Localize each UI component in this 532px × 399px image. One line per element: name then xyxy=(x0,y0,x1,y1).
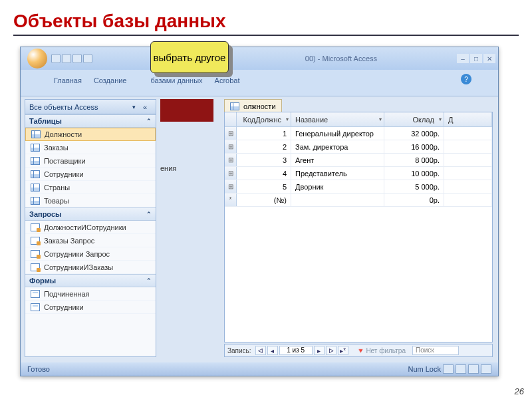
document-tab-label: олжности xyxy=(243,102,276,110)
query-icon xyxy=(31,237,40,245)
table-row[interactable]: ⊞4Представитель10 000р. xyxy=(225,167,492,180)
qat-save-icon[interactable] xyxy=(51,54,61,63)
last-record-button[interactable]: ᐅ xyxy=(326,346,336,355)
nav-item-q2[interactable]: Заказы Запрос xyxy=(25,234,156,247)
col-extra[interactable]: Д xyxy=(444,112,492,126)
new-row-icon[interactable]: * xyxy=(225,194,237,206)
help-icon[interactable]: ? xyxy=(461,74,471,84)
table-row[interactable]: ⊞5Дворник5 000р. xyxy=(225,180,492,194)
datasheet: КодДолжнс▾ Название▾ Оклад▾ Д ⊞1Генераль… xyxy=(224,112,493,342)
restore-button[interactable]: □ xyxy=(470,54,482,63)
nav-item-positions[interactable]: Должности xyxy=(25,128,156,141)
view-datasheet-button[interactable] xyxy=(443,364,454,374)
record-navigator: Запись: ᐊ ◂ 1 из 5 ▸ ᐅ ▸* 🔻 Нет фильтра … xyxy=(224,344,493,357)
nav-pane-header[interactable]: Все объекты Access ▾ « xyxy=(25,100,156,114)
next-record-button[interactable]: ▸ xyxy=(314,346,325,355)
table-icon xyxy=(31,130,41,138)
partial-text: ения xyxy=(160,164,176,182)
row-selector[interactable]: ⊞ xyxy=(225,167,237,180)
numlock-indicator: Num Lock xyxy=(408,365,441,373)
nav-group-queries[interactable]: Запросы⌃ xyxy=(25,207,156,221)
callout: выбрать другое xyxy=(150,41,237,80)
table-row[interactable]: ⊞3Агент8 000р. xyxy=(225,154,492,167)
sort-icon: ▾ xyxy=(286,116,289,122)
table-icon xyxy=(230,102,239,110)
minimize-button[interactable]: – xyxy=(457,54,469,63)
qat-dd-icon[interactable] xyxy=(83,54,92,63)
form-icon xyxy=(31,303,40,311)
nav-item-q3[interactable]: Сотрудники Запрос xyxy=(25,247,156,261)
nav-body: Таблицы⌃ Должности Заказы Поставщики Сот… xyxy=(25,114,156,356)
table-icon xyxy=(31,197,40,205)
callout-text: выбрать другое xyxy=(150,41,229,73)
chevron-up-icon: ⌃ xyxy=(146,211,152,217)
nav-item-suppliers[interactable]: Поставщики xyxy=(25,154,156,168)
document-tab[interactable]: олжности xyxy=(224,99,282,112)
nav-item-f2[interactable]: Сотрудники xyxy=(25,301,156,314)
prev-record-button[interactable]: ◂ xyxy=(267,346,278,355)
tab-create[interactable]: Создание xyxy=(94,76,127,84)
titlebar: Фирма : 6а 00) - Microsoft Access – □ ✕ xyxy=(21,47,498,70)
col-name[interactable]: Название▾ xyxy=(291,112,384,126)
sort-icon: ▾ xyxy=(439,116,442,122)
chevron-up-icon: ⌃ xyxy=(146,118,152,124)
row-selector[interactable]: ⊞ xyxy=(225,154,237,166)
col-id[interactable]: КодДолжнс▾ xyxy=(237,112,291,126)
window-buttons: – □ ✕ xyxy=(457,54,495,63)
nav-item-q4[interactable]: СотрудникиИЗаказы xyxy=(25,261,156,274)
chevron-up-icon: ⌃ xyxy=(146,277,152,284)
view-pivot-button[interactable] xyxy=(456,364,466,374)
query-icon xyxy=(31,223,40,231)
qat-undo-icon[interactable] xyxy=(62,54,71,63)
ribbon-tabs: Главная Создание базами данных Acrobat ? xyxy=(21,70,498,84)
row-selector[interactable]: ⊞ xyxy=(225,180,237,193)
new-row[interactable]: *(№)0р. xyxy=(225,194,492,207)
search-box[interactable]: Поиск xyxy=(412,346,459,355)
row-selector-head[interactable] xyxy=(225,112,237,126)
office-button[interactable] xyxy=(27,49,47,68)
nav-item-employees[interactable]: Сотрудники xyxy=(25,168,156,181)
table-row[interactable]: ⊞1Генеральный директор32 000р. xyxy=(225,127,492,140)
query-icon xyxy=(31,250,40,258)
nav-item-goods[interactable]: Товары xyxy=(25,194,156,207)
table-icon xyxy=(31,157,40,165)
nav-item-f1[interactable]: Подчиненная xyxy=(25,287,156,301)
page-number: 26 xyxy=(515,386,524,396)
client-area: Все объекты Access ▾ « Таблицы⌃ Должност… xyxy=(21,96,498,362)
table-icon xyxy=(31,170,40,178)
qat-redo-icon[interactable] xyxy=(72,54,82,63)
query-icon xyxy=(31,263,40,271)
slide-title: Объекты базы данных xyxy=(0,0,532,35)
new-record-button[interactable]: ▸* xyxy=(338,346,348,355)
nav-item-q1[interactable]: ДолжностиИСотрудники xyxy=(25,221,156,234)
collapse-icon[interactable]: « xyxy=(138,103,152,111)
view-chart-button[interactable] xyxy=(468,364,479,374)
nav-group-tables[interactable]: Таблицы⌃ xyxy=(25,114,156,128)
table-row[interactable]: ⊞2Зам. директора16 000р. xyxy=(225,140,492,154)
first-record-button[interactable]: ᐊ xyxy=(255,346,266,355)
view-design-button[interactable] xyxy=(481,364,491,374)
record-label: Запись: xyxy=(227,347,251,354)
title-rule xyxy=(13,35,519,36)
nav-item-orders[interactable]: Заказы xyxy=(25,141,156,154)
tab-home[interactable]: Главная xyxy=(54,76,82,84)
chevron-down-icon[interactable]: ▾ xyxy=(132,104,136,110)
ribbon-area xyxy=(21,84,498,96)
filter-status: 🔻 Нет фильтра xyxy=(356,347,406,354)
access-window: Фирма : 6а 00) - Microsoft Access – □ ✕ … xyxy=(20,47,499,376)
table-icon xyxy=(31,184,40,192)
nav-item-countries[interactable]: Страны xyxy=(25,181,156,194)
quick-access-toolbar xyxy=(51,54,92,63)
table-icon xyxy=(31,144,40,152)
datasheet-header: КодДолжнс▾ Название▾ Оклад▾ Д xyxy=(225,112,492,127)
row-selector[interactable]: ⊞ xyxy=(225,127,237,140)
nav-pane-title: Все объекты Access xyxy=(29,103,98,111)
nav-group-forms[interactable]: Формы⌃ xyxy=(25,274,156,287)
close-button[interactable]: ✕ xyxy=(483,54,495,63)
row-selector[interactable]: ⊞ xyxy=(225,140,237,153)
status-text: Готово xyxy=(27,365,50,373)
highlight-box xyxy=(160,99,213,122)
sort-icon: ▾ xyxy=(379,116,382,122)
col-salary[interactable]: Оклад▾ xyxy=(384,112,444,126)
record-position[interactable]: 1 из 5 xyxy=(279,346,313,355)
